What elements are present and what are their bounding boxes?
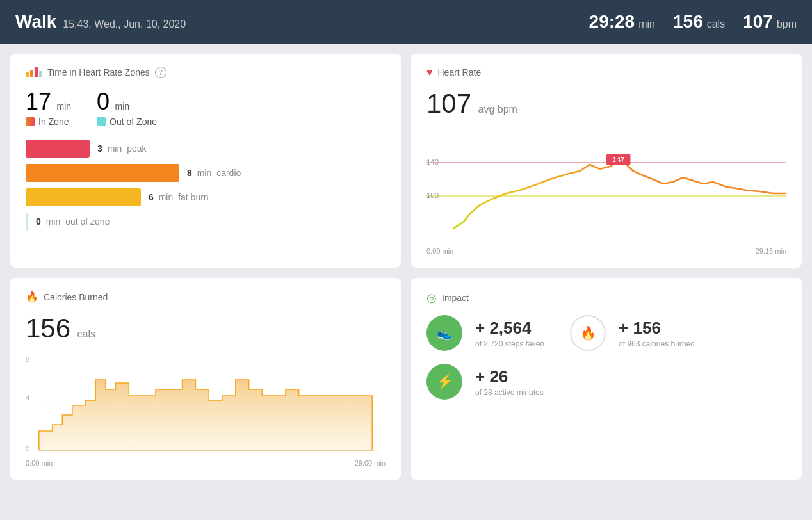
impact-cals-text: + 156 of 963 calories burned (619, 318, 695, 348)
in-zone-unit: min (57, 101, 72, 111)
duration-unit: min (638, 19, 655, 30)
out-zone-unit: min (115, 101, 130, 111)
hr-time-end: 29:16 min (756, 247, 786, 255)
out-zone-label-row: Out of Zone (97, 117, 157, 127)
in-zone-label-row: In Zone (26, 117, 71, 127)
impact-row-1: 👟 + 2,564 of 2,720 steps taken 🔥 + 156 o… (426, 315, 786, 351)
fatburn-bar-label: 6 min fat burn (149, 192, 209, 202)
impact-card-title: Impact (442, 293, 469, 303)
out-zone-label: Out of Zone (110, 117, 157, 127)
in-zone-value: 17 (26, 88, 51, 115)
out-zone-value-row: 0 min (97, 88, 157, 115)
svg-text:0: 0 (26, 445, 29, 453)
calories-card-header: 🔥 Calories Burned (26, 291, 386, 303)
header-left: Walk 15:43, Wed., Jun. 10, 2020 (15, 12, 186, 32)
out-zone-summary: 0 min Out of Zone (97, 88, 157, 127)
fatburn-bar-row: 6 min fat burn (26, 188, 386, 206)
calories-card: 🔥 Calories Burned 156 cals 8 4 0 (10, 278, 401, 480)
impact-cals-sub: of 963 calories burned (619, 339, 695, 348)
cals-chart-svg: 8 4 0 (26, 354, 386, 457)
steps-sub: of 2,720 steps taken (475, 339, 544, 348)
cals-time-start: 0:00 min (26, 459, 53, 467)
bpm-stat: 107 bpm (743, 12, 797, 32)
svg-text:100: 100 (426, 191, 439, 199)
cardio-bar-label: 8 min cardio (187, 168, 241, 178)
out-zone-value: 0 (97, 88, 110, 115)
zones-icon (26, 67, 42, 77)
steps-icon-circle: 👟 (426, 315, 462, 351)
duration-value: 29:28 (589, 12, 635, 32)
hr-time-start: 0:00 min (426, 247, 453, 255)
impact-grid: 👟 + 2,564 of 2,720 steps taken 🔥 + 156 o… (426, 315, 786, 400)
cals-value: 156 (26, 313, 70, 343)
svg-text:8: 8 (26, 355, 29, 363)
svg-point-6 (614, 158, 618, 162)
zones-info-icon[interactable]: ? (155, 67, 166, 78)
bolt-icon: ⚡ (436, 373, 453, 390)
impact-cals-value: + 156 (619, 318, 695, 338)
calories-header-unit: cals (707, 19, 725, 30)
cals-value-row: 156 cals (26, 313, 386, 344)
fire-icon: 🔥 (26, 291, 38, 303)
cardio-bar (26, 164, 179, 182)
impact-card: ◎ Impact 👟 + 2,564 of 2,720 steps taken … (411, 278, 802, 480)
steps-text: + 2,564 of 2,720 steps taken (475, 318, 544, 348)
cals-unit: cals (77, 329, 95, 339)
duration-stat: 29:28 min (589, 12, 655, 32)
bpm-unit: bpm (777, 19, 797, 30)
cardio-bar-row: 8 min cardio (26, 164, 386, 182)
outzone-bar (26, 213, 28, 231)
impact-card-header: ◎ Impact (426, 291, 786, 305)
bpm-value: 107 (743, 12, 773, 32)
in-zone-summary: 17 min In Zone (26, 88, 71, 127)
peak-bar-label: 3 min peak (97, 143, 147, 154)
main-content: Time in Heart Rate Zones ? 17 min In Zon… (0, 44, 812, 490)
zones-card-header: Time in Heart Rate Zones ? (26, 67, 386, 78)
outzone-bar-label: 0 min out of zone (36, 216, 110, 227)
hr-card: ♥ Heart Rate 107 avg bpm 140 100 (411, 54, 802, 268)
calories-header-stat: 156 cals (673, 12, 725, 32)
cals-chart-area: 8 4 0 (26, 354, 386, 457)
cals-time-end: 29:00 min (355, 459, 386, 467)
svg-text:140: 140 (426, 158, 439, 166)
zones-card-title: Time in Heart Rate Zones (47, 67, 150, 77)
active-text: + 26 of 28 active minutes (475, 367, 544, 397)
in-zone-value-row: 17 min (26, 88, 71, 115)
hr-avg-value: 107 (426, 88, 471, 118)
page-title: Walk (15, 12, 56, 32)
steps-icon: 👟 (437, 325, 453, 341)
heart-icon: ♥ (426, 67, 433, 78)
calories-card-title: Calories Burned (44, 292, 108, 302)
active-value: + 26 (475, 367, 544, 387)
svg-text:147: 147 (612, 156, 624, 163)
cals-chart-time-labels: 0:00 min 29:00 min (26, 459, 386, 467)
hr-avg-unit: avg bpm (478, 104, 517, 115)
active-sub: of 28 active minutes (475, 388, 544, 397)
zones-card: Time in Heart Rate Zones ? 17 min In Zon… (10, 54, 401, 268)
outzone-bar-row: 0 min out of zone (26, 213, 386, 231)
hr-avg-row: 107 avg bpm (426, 88, 786, 119)
zones-summary: 17 min In Zone 0 min Out of Zone (26, 88, 386, 127)
hr-card-header: ♥ Heart Rate (426, 67, 786, 78)
hr-chart-svg: 140 100 147 (426, 129, 786, 245)
calories-header-value: 156 (673, 12, 703, 32)
peak-bar-row: 3 min peak (26, 140, 386, 158)
fatburn-bar (26, 188, 141, 206)
peak-bar (26, 140, 90, 158)
impact-row-2: ⚡ + 26 of 28 active minutes (426, 364, 786, 400)
out-zone-color (97, 117, 106, 126)
impact-icon: ◎ (426, 291, 437, 305)
active-icon-circle: ⚡ (426, 364, 462, 400)
hr-chart-area: 140 100 147 (426, 129, 786, 245)
zone-bars: 3 min peak 8 min cardio 6 min fat burn (26, 140, 386, 231)
header: Walk 15:43, Wed., Jun. 10, 2020 29:28 mi… (0, 0, 812, 44)
cals-icon-circle: 🔥 (570, 315, 606, 351)
steps-value: + 2,564 (475, 318, 544, 338)
header-stats: 29:28 min 156 cals 107 bpm (589, 12, 797, 32)
hr-card-title: Heart Rate (438, 67, 482, 77)
header-date: 15:43, Wed., Jun. 10, 2020 (63, 19, 186, 30)
in-zone-label: In Zone (38, 117, 69, 127)
cals-icon: 🔥 (580, 325, 596, 341)
svg-text:4: 4 (26, 394, 29, 402)
in-zone-color (26, 117, 35, 126)
